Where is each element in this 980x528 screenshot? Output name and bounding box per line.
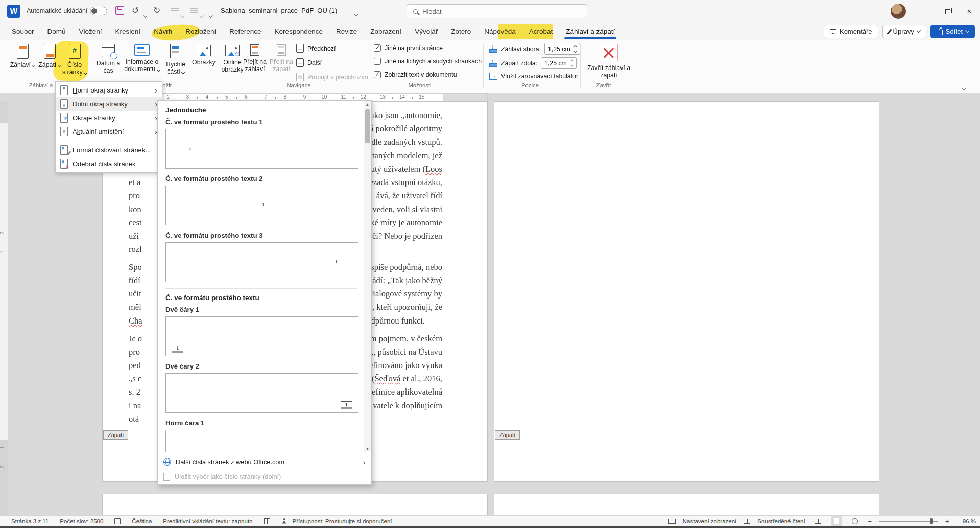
comments-button[interactable]: Komentáře	[824, 25, 878, 38]
document-text-fragment: „s c	[129, 374, 141, 384]
page-6-top[interactable]	[494, 494, 879, 515]
scrollbar-thumb[interactable]	[365, 109, 370, 143]
proofing-icon[interactable]	[114, 518, 121, 524]
page-5-top[interactable]	[102, 494, 488, 515]
menu-item-aktuální-umístění[interactable]: #Aktuální umístění›	[56, 125, 162, 139]
editor-icon[interactable]	[264, 518, 270, 524]
go-to-header-button[interactable]: Přejít na záhlaví	[241, 43, 269, 73]
tab-dom-[interactable]: Domů	[41, 24, 73, 39]
web-layout-button[interactable]	[849, 516, 861, 526]
scroll-down-icon[interactable]: ▼	[364, 446, 371, 452]
previous-button[interactable]: ←Předchozí	[296, 44, 336, 53]
pictures-button[interactable]: Obrázky	[190, 43, 218, 66]
menu-item-horní-okraj-stránky[interactable]: #Horní okraj stránky›	[56, 83, 162, 97]
scroll-up-icon[interactable]: ▲	[364, 101, 371, 108]
remove-page-numbers-icon: #×	[60, 159, 68, 169]
print-layout-button[interactable]	[831, 516, 842, 526]
vertical-ruler[interactable]: 2112	[0, 101, 8, 515]
option-checkbox-2[interactable]: Zobrazit text v dokumentu	[374, 71, 457, 78]
more-page-numbers-item[interactable]: Další čísla stránek z webu Office.com ›	[158, 454, 371, 469]
tab-vlo-en-[interactable]: Vložení	[73, 24, 109, 39]
gallery-item-č-ve-formátu-prostého-textu-2[interactable]: Č. ve formátu prostého textu 21	[165, 175, 364, 225]
gallery-item-dvě-čáry-1[interactable]: Dvě čáry 11	[165, 306, 364, 356]
redo-icon[interactable]: ↻	[153, 5, 160, 16]
page-number-top-icon: #	[60, 85, 68, 95]
user-avatar[interactable]	[891, 4, 906, 19]
quick-access-chevron-icon[interactable]	[209, 10, 212, 19]
document-text-fragment: efinováno jako výuka	[369, 360, 442, 371]
page-number-preview: 1	[165, 430, 358, 452]
autosave-toggle[interactable]	[90, 7, 107, 15]
close-header-footer-button[interactable]: Zavřít záhlaví a zápatí	[585, 43, 632, 79]
tab-korespondence[interactable]: Korespondence	[268, 24, 329, 39]
tab-z-hlav-a-z-pat-[interactable]: Záhlaví a zápatí	[559, 24, 622, 39]
document-text-fragment: ává, že uživatel řídí	[376, 191, 442, 201]
save-icon[interactable]	[115, 6, 124, 15]
document-text-fragment: Je o	[129, 334, 142, 344]
header-from-top-value[interactable]: 1,25 cm	[544, 43, 580, 55]
page-4[interactable]	[494, 101, 879, 482]
predictive-text-indicator[interactable]: Prediktivní vkládání textu: zapnuto	[163, 518, 252, 524]
footer-from-bottom-value[interactable]: 1,25 cm	[541, 57, 577, 69]
checked-checkbox-icon	[374, 44, 381, 52]
menu-item-formát-číslování-stránek-[interactable]: #Formát číslování stránek...	[56, 143, 162, 157]
gallery-scrollbar[interactable]: ▲ ▼	[364, 101, 371, 452]
minimize-button[interactable]: –	[907, 0, 931, 22]
word-logo-icon[interactable]: W	[7, 5, 20, 18]
undo-icon[interactable]: ↺	[132, 5, 139, 16]
link-to-previous-button: ⧉Propojit s předchozím	[296, 73, 368, 81]
zoom-out-button[interactable]: −	[868, 519, 872, 524]
option-checkbox-0[interactable]: Jiné na první stránce	[374, 44, 443, 52]
tab-reference[interactable]: Reference	[223, 24, 268, 39]
date-time-button[interactable]: Datum a čas	[95, 43, 122, 74]
share-icon	[937, 30, 943, 35]
document-text-fragment: s. 2	[129, 387, 140, 397]
share-button[interactable]: Sdílet	[930, 25, 975, 38]
word-count[interactable]: Počet slov: 2500	[60, 518, 103, 524]
tab-soubor[interactable]: Soubor	[5, 24, 41, 39]
page-indicator[interactable]: Stránka 3 z 11	[11, 518, 49, 524]
footer-boundary-line	[495, 439, 878, 439]
restore-button[interactable]	[936, 0, 960, 22]
close-button[interactable]: ×	[958, 0, 980, 22]
gallery-section-header: Č. ve formátu prostého textu	[165, 294, 364, 302]
next-button[interactable]: →Další	[296, 58, 322, 67]
menu-item-okraje-stránky[interactable]: #Okraje stránky›	[56, 111, 162, 125]
menu-item-dolní-okraj-stránky[interactable]: #Dolní okraj stránky›	[56, 97, 162, 111]
undo-chevron-icon[interactable]	[144, 10, 147, 19]
gallery-item-dvě-čáry-2[interactable]: Dvě čáry 21	[165, 362, 364, 413]
tab-revize[interactable]: Revize	[329, 24, 364, 39]
page-number-gallery: JednoduchéČ. ve formátu prostého textu 1…	[157, 100, 372, 485]
accessibility-status[interactable]: Přístupnost: Prostudujte si doporučení	[293, 518, 392, 524]
collapse-ribbon-icon[interactable]	[962, 83, 965, 92]
document-title-chevron-icon[interactable]	[355, 9, 358, 18]
header-button[interactable]: Záhlaví	[8, 43, 37, 68]
document-info-button[interactable]: Informace o dokumentu	[123, 43, 161, 73]
zoom-in-button[interactable]: +	[945, 519, 949, 524]
footer-from-bottom[interactable]: Zápatí zdola:1,25 cm	[489, 57, 577, 69]
zoom-level[interactable]: 96 %	[957, 518, 976, 524]
quick-parts-button[interactable]: Rychlé části	[162, 43, 189, 75]
header-from-top[interactable]: Záhlaví shora:1,25 cm	[489, 43, 580, 55]
tab-zotero[interactable]: Zotero	[444, 24, 477, 39]
go-to-footer-button: Přejít na zápatí	[269, 43, 294, 73]
language-indicator[interactable]: Čeština	[132, 518, 152, 524]
option-checkbox-1[interactable]: Jiné na lichých a sudých stránkách	[374, 58, 482, 65]
document-text-fragment: dialogové systémy by	[369, 289, 442, 299]
zoom-slider[interactable]	[879, 521, 938, 522]
tab-v-voj-[interactable]: Vývojář	[408, 24, 444, 39]
gallery-item-horní-čára-1[interactable]: Horní čára 11	[165, 419, 364, 452]
tab-zobrazen-[interactable]: Zobrazení	[364, 24, 408, 39]
search-input[interactable]: Hledat	[407, 4, 587, 18]
insert-alignment-tab-button[interactable]: Vložit zarovnávací tabulátor	[489, 73, 578, 80]
editing-button[interactable]: Úpravy	[882, 25, 926, 38]
read-mode-button[interactable]	[812, 516, 824, 526]
display-settings[interactable]: Nastavení zobrazení	[683, 518, 736, 524]
document-title[interactable]: Sablona_seminarni_prace_PdF_OU (1)	[221, 7, 337, 14]
tab-kreslen-[interactable]: Kreslení	[109, 24, 148, 39]
gallery-item-č-ve-formátu-prostého-textu-3[interactable]: Č. ve formátu prostého textu 31	[165, 232, 364, 282]
gallery-item-č-ve-formátu-prostého-textu-1[interactable]: Č. ve formátu prostého textu 11	[165, 118, 364, 169]
menu-item-odebrat-čísla-stránek[interactable]: #×Odebrat čísla stránek	[56, 157, 162, 171]
focus-reading[interactable]: Soustředěné čtení	[757, 518, 805, 524]
document-text-fragment: odpůrnou funkci.	[367, 316, 425, 326]
